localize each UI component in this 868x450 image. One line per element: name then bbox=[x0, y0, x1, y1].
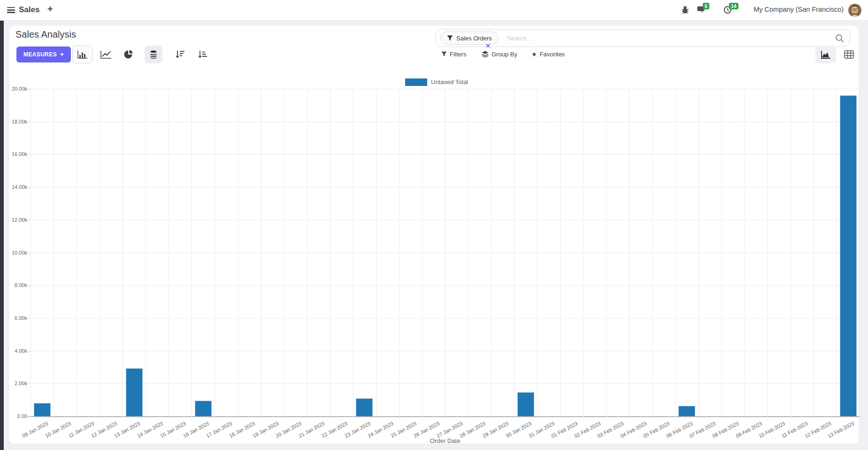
bar-chart: Untaxed Total Order Date 0.002.00k4.00k6… bbox=[9, 26, 859, 444]
x-grid-line bbox=[192, 89, 192, 419]
messages-icon[interactable]: 5 bbox=[697, 6, 706, 14]
x-grid-line bbox=[468, 89, 469, 419]
x-grid-line bbox=[307, 89, 307, 419]
x-tick-label: 14 Jan 2023 bbox=[136, 420, 164, 439]
screen: Sales + 5 14 My Company (San Francisco) bbox=[0, 0, 868, 450]
y-tick-label: 6.00k bbox=[5, 315, 27, 321]
x-grid-line bbox=[54, 89, 54, 419]
x-grid-line bbox=[676, 89, 676, 419]
y-tick-label: 20.00k bbox=[5, 86, 27, 92]
bar[interactable] bbox=[34, 403, 51, 416]
x-tick-label: 10 Jan 2023 bbox=[44, 420, 72, 439]
x-tick-label: 30 Jan 2023 bbox=[505, 420, 532, 439]
x-tick-label: 26 Jan 2023 bbox=[413, 420, 440, 439]
x-grid-line bbox=[860, 89, 860, 419]
x-grid-line bbox=[629, 89, 630, 419]
window-edge bbox=[0, 21, 4, 450]
x-grid-line bbox=[837, 89, 837, 419]
y-tick-label: 10.00k bbox=[5, 250, 27, 256]
y-tick-label: 14.00k bbox=[5, 184, 27, 190]
x-grid-line bbox=[514, 89, 515, 419]
x-grid-line bbox=[31, 89, 31, 419]
x-grid-line bbox=[238, 89, 238, 419]
x-grid-line bbox=[399, 89, 399, 419]
app-name[interactable]: Sales bbox=[19, 5, 39, 15]
x-grid-line bbox=[284, 89, 284, 419]
x-grid-line bbox=[745, 89, 745, 419]
bar[interactable] bbox=[126, 368, 143, 416]
x-axis-line bbox=[28, 416, 860, 417]
top-navbar: Sales + 5 14 My Company (San Francisco) bbox=[0, 0, 868, 21]
x-grid-line bbox=[768, 89, 768, 419]
bar[interactable] bbox=[517, 392, 534, 416]
x-grid-line bbox=[77, 89, 77, 419]
y-tick-label: 12.00k bbox=[5, 217, 27, 223]
x-grid-line bbox=[353, 89, 353, 419]
company-switcher[interactable]: My Company (San Francisco) bbox=[753, 6, 844, 13]
bar[interactable] bbox=[195, 401, 212, 417]
legend-swatch[interactable] bbox=[405, 78, 427, 86]
x-grid-line bbox=[330, 89, 330, 419]
x-tick-label: 29 Jan 2023 bbox=[482, 420, 509, 439]
x-tick-label: 23 Jan 2023 bbox=[344, 420, 371, 439]
y-tick-label: 0.00 bbox=[5, 413, 27, 419]
activities-badge: 14 bbox=[729, 3, 738, 9]
x-tick-label: 25 Jan 2023 bbox=[390, 420, 417, 439]
x-grid-line bbox=[215, 89, 215, 419]
x-grid-line bbox=[653, 89, 653, 419]
x-grid-line bbox=[583, 89, 584, 419]
x-tick-label: 09 Jan 2023 bbox=[21, 420, 49, 439]
x-grid-line bbox=[422, 89, 422, 419]
x-grid-line bbox=[491, 89, 492, 419]
x-grid-line bbox=[606, 89, 607, 419]
x-grid-line bbox=[560, 89, 561, 419]
x-tick-label: 22 Jan 2023 bbox=[321, 420, 348, 439]
x-grid-line bbox=[537, 89, 538, 419]
y-tick-label: 18.00k bbox=[5, 119, 27, 124]
x-tick-label: 12 Jan 2023 bbox=[90, 420, 118, 439]
messages-badge: 5 bbox=[703, 3, 709, 9]
activities-clock-icon[interactable]: 14 bbox=[723, 6, 732, 14]
apps-menu-icon[interactable] bbox=[7, 7, 15, 13]
x-grid-line bbox=[100, 89, 100, 419]
x-grid-line bbox=[791, 89, 791, 419]
x-tick-label: 13 Jan 2023 bbox=[113, 420, 141, 439]
y-tick-label: 2.00k bbox=[5, 380, 27, 386]
x-tick-label: 28 Jan 2023 bbox=[459, 420, 486, 439]
x-grid-line bbox=[169, 89, 169, 419]
x-grid-line bbox=[699, 89, 699, 419]
x-tick-label: 21 Jan 2023 bbox=[298, 420, 325, 439]
x-grid-line bbox=[814, 89, 814, 419]
x-grid-line bbox=[261, 89, 261, 419]
x-grid-line bbox=[722, 89, 722, 419]
x-tick-label: 27 Jan 2023 bbox=[436, 420, 463, 439]
bug-icon[interactable] bbox=[681, 6, 689, 14]
user-avatar[interactable] bbox=[848, 4, 861, 17]
y-tick-label: 16.00k bbox=[5, 151, 27, 157]
y-tick-label: 4.00k bbox=[5, 348, 27, 354]
x-tick-label: 19 Jan 2023 bbox=[252, 420, 279, 439]
bar[interactable] bbox=[678, 406, 695, 416]
x-tick-label: 20 Jan 2023 bbox=[275, 420, 302, 439]
bar[interactable] bbox=[356, 398, 373, 416]
x-axis-title: Order Date bbox=[31, 437, 860, 444]
legend-label[interactable]: Untaxed Total bbox=[431, 78, 468, 86]
x-grid-line bbox=[376, 89, 376, 419]
plus-icon[interactable]: + bbox=[47, 4, 53, 15]
x-tick-label: 18 Jan 2023 bbox=[229, 420, 256, 439]
x-grid-line bbox=[146, 89, 146, 419]
x-grid-line bbox=[445, 89, 446, 419]
bar[interactable] bbox=[840, 95, 857, 416]
sales-analysis-panel: Sales Analysis MEASURES bbox=[9, 26, 859, 444]
y-tick-label: 8.00k bbox=[5, 282, 27, 288]
x-tick-label: 24 Jan 2023 bbox=[367, 420, 394, 439]
x-grid-line bbox=[123, 89, 123, 419]
